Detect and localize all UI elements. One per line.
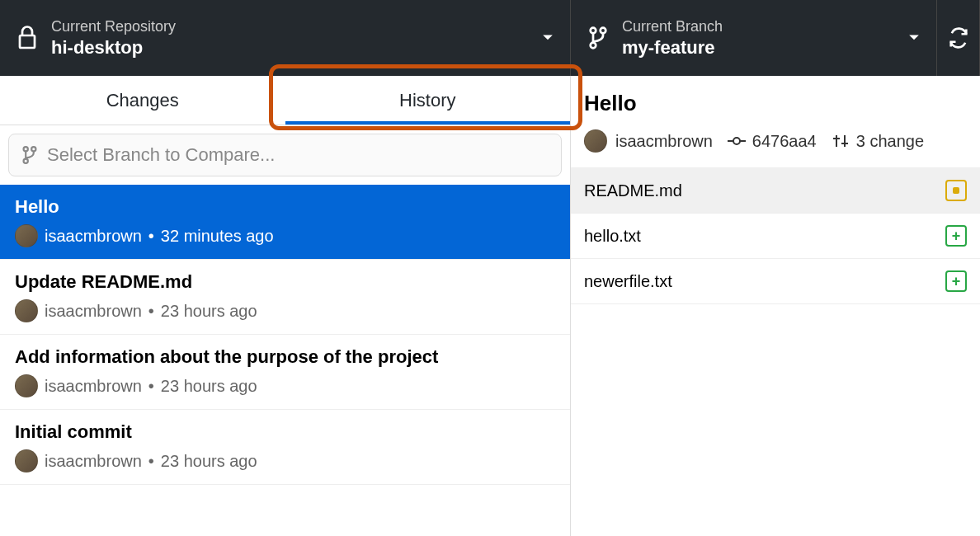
svg-point-2: [591, 43, 596, 49]
left-panel: Changes History Select Branch to Compare…: [0, 76, 571, 536]
branch-value: my-feature: [622, 37, 898, 59]
commit-author: isaacmbrown: [45, 227, 142, 246]
commit-time: 23 hours ago: [161, 452, 257, 471]
svg-point-6: [31, 147, 35, 151]
branch-icon: [21, 145, 47, 165]
svg-point-3: [601, 28, 606, 34]
commit-title: Add information about the purpose of the…: [15, 346, 555, 368]
svg-point-4: [24, 147, 28, 151]
commit-detail-author: isaacmbrown: [615, 132, 713, 151]
commit-icon: [728, 134, 746, 148]
sync-button[interactable]: [937, 0, 980, 76]
commit-title: Hello: [15, 196, 555, 218]
caret-down-icon: [542, 34, 554, 42]
sync-icon: [947, 26, 970, 49]
file-status-added-icon: +: [945, 225, 967, 247]
avatar: [15, 449, 38, 473]
file-name: newerfile.txt: [584, 272, 672, 291]
commit-item[interactable]: Hello isaacmbrown • 32 minutes ago: [0, 185, 570, 260]
svg-point-7: [733, 138, 740, 144]
right-panel: Hello isaacmbrown 6476aa4: [571, 76, 980, 536]
commit-sha: 6476aa4: [752, 132, 817, 151]
diff-icon: [832, 133, 850, 149]
file-status-added-icon: +: [945, 270, 967, 292]
file-item[interactable]: README.md: [571, 168, 980, 214]
avatar: [15, 299, 38, 322]
commit-author: isaacmbrown: [45, 302, 142, 321]
svg-rect-0: [20, 35, 35, 48]
avatar: [15, 374, 38, 397]
commit-changes: 3 change: [856, 132, 924, 151]
branch-label: Current Branch: [622, 18, 898, 35]
file-name: README.md: [584, 181, 682, 200]
file-name: hello.txt: [584, 227, 641, 246]
repo-dropdown[interactable]: Current Repository hi-desktop: [0, 0, 571, 76]
commit-item[interactable]: Update README.md isaacmbrown • 23 hours …: [0, 260, 570, 335]
commit-detail-meta: isaacmbrown 6476aa4 3 change: [571, 123, 980, 168]
commit-detail-title: Hello: [571, 76, 980, 123]
commit-author: isaacmbrown: [45, 377, 142, 396]
commit-item[interactable]: Add information about the purpose of the…: [0, 335, 570, 410]
branch-compare-placeholder: Select Branch to Compare...: [47, 144, 275, 166]
file-list: README.md hello.txt + newerfile.txt +: [571, 168, 980, 536]
branch-compare-selector[interactable]: Select Branch to Compare...: [8, 134, 562, 176]
branch-dropdown[interactable]: Current Branch my-feature: [571, 0, 937, 76]
tab-history[interactable]: History: [285, 76, 571, 125]
commit-author: isaacmbrown: [45, 452, 142, 471]
file-item[interactable]: newerfile.txt +: [571, 259, 980, 304]
tabs: Changes History: [0, 76, 570, 125]
avatar: [15, 224, 38, 247]
commit-time: 23 hours ago: [161, 302, 257, 321]
avatar: [584, 129, 607, 153]
tab-label: History: [399, 90, 455, 111]
commit-time: 32 minutes ago: [161, 227, 274, 246]
repo-label: Current Repository: [51, 18, 532, 35]
tab-label: Changes: [106, 90, 179, 111]
file-status-modified-icon: [945, 180, 967, 201]
file-item[interactable]: hello.txt +: [571, 214, 980, 259]
commit-list: Hello isaacmbrown • 32 minutes ago Updat…: [0, 185, 570, 536]
app-header: Current Repository hi-desktop Current Br…: [0, 0, 980, 76]
caret-down-icon: [908, 34, 920, 42]
tab-changes[interactable]: Changes: [0, 76, 285, 125]
repo-value: hi-desktop: [51, 37, 532, 59]
branch-icon: [587, 26, 609, 50]
commit-title: Update README.md: [15, 271, 555, 293]
commit-item[interactable]: Initial commit isaacmbrown • 23 hours ag…: [0, 410, 570, 485]
svg-point-5: [24, 159, 28, 163]
lock-icon: [16, 26, 38, 50]
commit-title: Initial commit: [15, 421, 555, 443]
svg-point-1: [591, 28, 596, 34]
commit-time: 23 hours ago: [161, 377, 257, 396]
